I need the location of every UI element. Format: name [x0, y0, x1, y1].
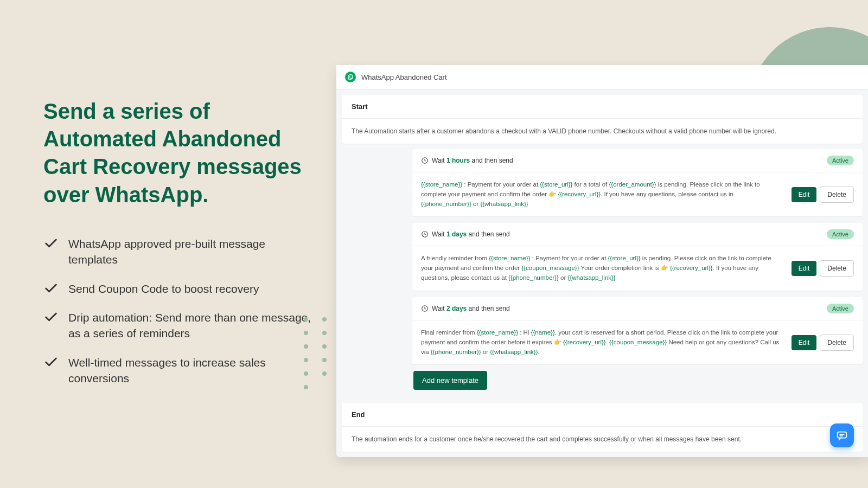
feature-item: Well-timed messages to increase sales co…	[43, 355, 315, 387]
wait-value: 1 hours	[446, 157, 470, 164]
page-headline: Send a series of Automated Abandoned Car…	[43, 98, 315, 209]
status-badge: Active	[827, 229, 854, 239]
feature-text: Drip automation: Send more than one mess…	[68, 310, 315, 342]
feature-text: Send Coupon Code to boost recovery	[68, 281, 259, 297]
automation-panel: WhatsApp Abandoned Cart Start The Automa…	[336, 65, 868, 457]
feature-item: Drip automation: Send more than one mess…	[43, 310, 315, 342]
edit-button[interactable]: Edit	[792, 187, 817, 202]
clock-icon	[421, 230, 429, 238]
end-description: The automation ends for a customer once …	[342, 427, 863, 452]
edit-button[interactable]: Edit	[792, 335, 817, 350]
wait-suffix: and then send	[469, 230, 510, 238]
status-badge: Active	[827, 156, 854, 165]
clock-icon	[421, 305, 429, 312]
wait-prefix: Wait	[432, 230, 445, 238]
step-card: Wait 1 hours and then send Active {{stor…	[412, 149, 863, 216]
chat-icon	[836, 429, 848, 441]
feature-text: Well-timed messages to increase sales co…	[68, 355, 315, 387]
end-label: End	[342, 403, 863, 427]
clock-icon	[421, 157, 429, 164]
add-template-button[interactable]: Add new template	[413, 371, 487, 390]
step-card: Wait 1 days and then send Active A frien…	[412, 223, 863, 290]
wait-prefix: Wait	[432, 305, 445, 312]
wait-label: Wait 2 days and then send	[421, 305, 510, 312]
feature-item: Send Coupon Code to boost recovery	[43, 281, 315, 297]
wait-prefix: Wait	[432, 157, 445, 164]
step-card: Wait 2 days and then send Active Final r…	[412, 297, 863, 364]
start-description: The Automation starts after a customer a…	[342, 119, 863, 144]
feature-text: WhatsApp approved pre-built message temp…	[68, 236, 315, 268]
wait-label: Wait 1 days and then send	[421, 230, 510, 238]
delete-button[interactable]: Delete	[820, 260, 854, 277]
marketing-column: Send a series of Automated Abandoned Car…	[43, 98, 315, 399]
start-section: Start The Automation starts after a cust…	[342, 95, 863, 144]
message-preview: {{store_name}} : Payment for your order …	[421, 180, 788, 209]
check-icon	[43, 236, 59, 251]
delete-button[interactable]: Delete	[820, 335, 854, 351]
end-section: End The automation ends for a customer o…	[342, 403, 863, 452]
panel-title: WhatsApp Abandoned Cart	[361, 73, 447, 81]
steps-container: Wait 1 hours and then send Active {{stor…	[342, 149, 863, 364]
panel-header: WhatsApp Abandoned Cart	[336, 65, 868, 89]
wait-suffix: and then send	[472, 157, 513, 164]
wait-suffix: and then send	[469, 305, 510, 312]
wait-value: 2 days	[446, 305, 467, 312]
message-preview: Final reminder from {{store_name}} : Hi …	[421, 328, 788, 357]
edit-button[interactable]: Edit	[792, 261, 817, 276]
whatsapp-icon	[345, 72, 356, 82]
delete-button[interactable]: Delete	[820, 187, 854, 203]
check-icon	[43, 310, 59, 325]
feature-item: WhatsApp approved pre-built message temp…	[43, 236, 315, 268]
message-preview: A friendly reminder from {{store_name}} …	[421, 254, 788, 282]
check-icon	[43, 281, 59, 296]
status-badge: Active	[827, 304, 854, 313]
wait-label: Wait 1 hours and then send	[421, 157, 513, 164]
wait-value: 1 days	[446, 230, 467, 238]
start-label: Start	[342, 95, 863, 119]
check-icon	[43, 355, 59, 370]
chat-fab[interactable]	[830, 423, 854, 447]
